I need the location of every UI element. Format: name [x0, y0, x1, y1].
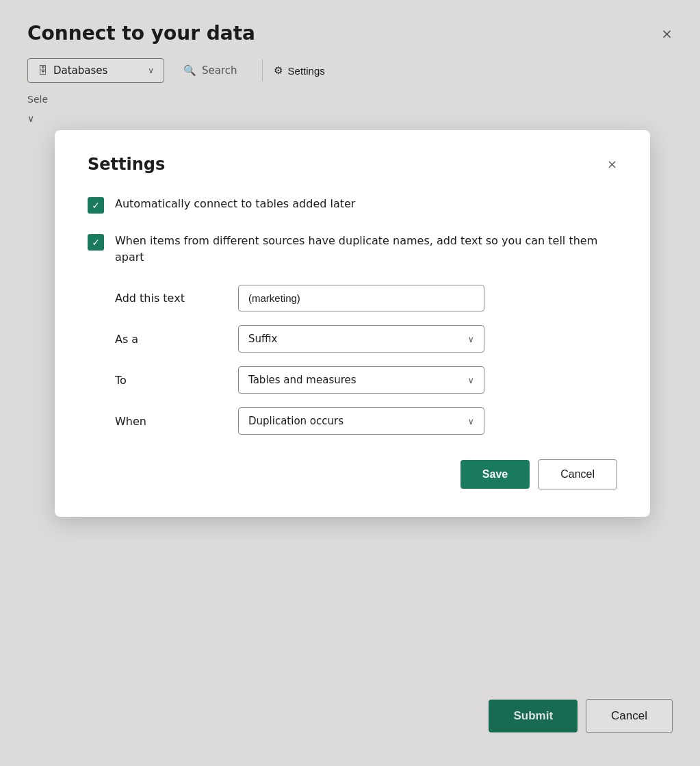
modal-header: Settings ×	[88, 155, 617, 174]
modal-title: Settings	[88, 155, 165, 174]
add-text-input[interactable]	[238, 285, 484, 311]
to-chevron-icon: ∨	[467, 375, 474, 385]
save-button[interactable]: Save	[461, 460, 530, 489]
when-label: When	[88, 415, 238, 428]
when-select[interactable]: Duplication occurs ∨	[238, 407, 484, 435]
modal-actions: Save Cancel	[88, 459, 617, 489]
checkbox-duplicate-names: ✓ When items from different sources have…	[88, 233, 617, 266]
form-row-to: To Tables and measures ∨	[88, 366, 617, 394]
when-value: Duplication occurs	[248, 415, 343, 427]
form-row-as-a: As a Suffix ∨	[88, 325, 617, 353]
checkbox-auto-connect: ✓ Automatically connect to tables added …	[88, 196, 617, 214]
to-value: Tables and measures	[248, 374, 357, 386]
as-a-label: As a	[88, 333, 238, 346]
form-row-when: When Duplication occurs ∨	[88, 407, 617, 435]
when-chevron-icon: ∨	[467, 416, 474, 426]
form-row-add-text: Add this text	[88, 285, 617, 311]
checkbox-auto-connect-box[interactable]: ✓	[88, 197, 104, 214]
checkbox-duplicate-names-box[interactable]: ✓	[88, 234, 104, 251]
checkbox-duplicate-names-label: When items from different sources have d…	[115, 233, 617, 266]
settings-modal: Settings × ✓ Automatically connect to ta…	[55, 130, 650, 517]
to-select[interactable]: Tables and measures ∨	[238, 366, 484, 394]
as-a-value: Suffix	[248, 333, 277, 345]
as-a-select[interactable]: Suffix ∨	[238, 325, 484, 353]
modal-close-icon[interactable]: ×	[607, 158, 617, 170]
checkbox-auto-connect-label: Automatically connect to tables added la…	[115, 196, 355, 212]
add-text-label: Add this text	[88, 292, 238, 305]
form-section: Add this text As a Suffix ∨ To Tables an…	[88, 285, 617, 435]
modal-cancel-button[interactable]: Cancel	[538, 459, 617, 489]
checkmark2-icon: ✓	[92, 237, 100, 248]
to-label: To	[88, 374, 238, 387]
page-background: Connect to your data × 🗄 Databases ∨ 🔍 S…	[0, 0, 700, 766]
checkmark-icon: ✓	[92, 200, 100, 211]
as-a-chevron-icon: ∨	[467, 334, 474, 344]
